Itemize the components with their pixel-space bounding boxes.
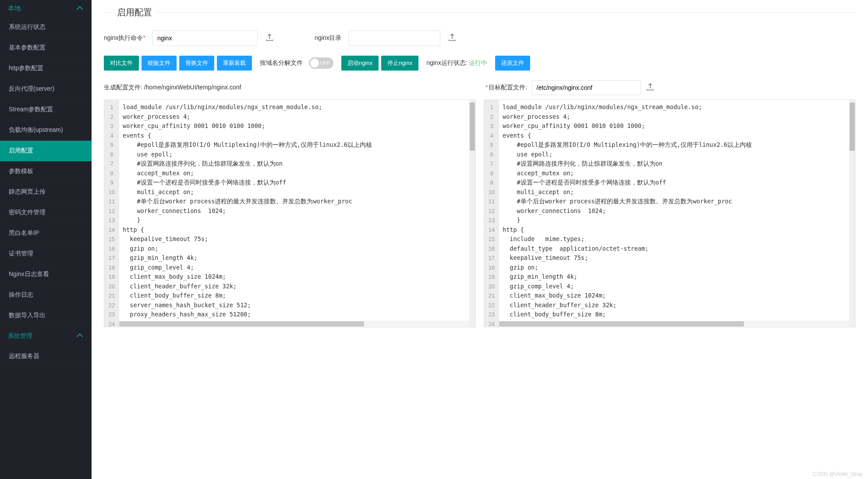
- sidebar-item-3[interactable]: 反向代理(server): [0, 79, 92, 99]
- split-label: 按域名分解文件: [260, 59, 303, 67]
- sidebar: 本地 系统运行状态基本参数配置http参数配置反向代理(server)Strea…: [0, 0, 92, 479]
- sidebar-item-14[interactable]: 数据导入导出: [0, 305, 92, 326]
- target-config-input[interactable]: [531, 80, 641, 95]
- sidebar-item-12[interactable]: Nginx日志查看: [0, 264, 92, 285]
- stop-nginx-button[interactable]: 停止nginx: [381, 56, 418, 71]
- sidebar-item-10[interactable]: 黑白名单IP: [0, 223, 92, 244]
- exec-input[interactable]: [152, 30, 258, 46]
- sidebar-item-5[interactable]: 负载均衡(upstream): [0, 120, 92, 141]
- gutter-right: 123456789101112131415161718192021222324: [484, 100, 499, 327]
- target-config-label: *目标配置文件:: [485, 84, 527, 92]
- sidebar-section-system[interactable]: 系统管理: [0, 326, 92, 346]
- page-title: 启用配置: [113, 7, 156, 18]
- nginx-status: nginx运行状态: 运行中: [426, 59, 487, 67]
- form-row-exec: nginx执行命令* nginx目录: [104, 30, 856, 46]
- code-right[interactable]: load_module /usr/lib/nginx/modules/ngx_s…: [499, 100, 855, 327]
- reload-button[interactable]: 重新装载: [217, 56, 252, 71]
- compare-button[interactable]: 对比文件: [104, 56, 139, 71]
- upload-exec-icon[interactable]: [265, 33, 274, 44]
- restore-button[interactable]: 还原文件: [495, 56, 530, 71]
- code-left[interactable]: load_module /usr/lib/nginx/modules/ngx_s…: [119, 100, 475, 327]
- split-switch-wrap: 按域名分解文件 OFF: [260, 57, 333, 69]
- chevron-up-icon: [78, 6, 84, 12]
- scrollbar-vertical[interactable]: [849, 100, 855, 327]
- config-path-row: 生成配置文件: /home/nginxWebUI/temp/nginx.conf…: [104, 80, 856, 95]
- upload-dir-icon[interactable]: [447, 33, 457, 44]
- check-button[interactable]: 校验文件: [142, 56, 177, 71]
- sidebar-item-1[interactable]: 基本参数配置: [0, 38, 92, 58]
- editors-row: 123456789101112131415161718192021222324 …: [104, 99, 856, 327]
- status-value: 运行中: [469, 59, 487, 66]
- file-button-group: 对比文件 校验文件 替换文件 重新装载: [104, 56, 252, 71]
- main-content: 启用配置 nginx执行命令* nginx目录 对比文件 校验文件 替换文件 重…: [92, 0, 868, 479]
- start-nginx-button[interactable]: 启动nginx: [341, 56, 379, 71]
- sidebar-section2-item-0[interactable]: 远程服务器: [0, 346, 92, 367]
- chevron-up-icon: [78, 333, 84, 339]
- sidebar-item-0[interactable]: 系统运行状态: [0, 17, 92, 38]
- sidebar-item-4[interactable]: Stream参数配置: [0, 99, 92, 120]
- fieldset: 启用配置: [104, 12, 856, 13]
- sidebar-item-8[interactable]: 静态网页上传: [0, 182, 92, 202]
- scrollbar-horizontal[interactable]: [499, 321, 849, 327]
- replace-button[interactable]: 替换文件: [179, 56, 214, 71]
- sidebar-item-11[interactable]: 证书管理: [0, 244, 92, 264]
- generated-config-label: 生成配置文件: /home/nginxWebUI/temp/nginx.conf: [104, 84, 241, 91]
- scrollbar-horizontal[interactable]: [119, 321, 469, 327]
- gutter-left: 123456789101112131415161718192021222324: [104, 100, 119, 327]
- split-switch[interactable]: OFF: [309, 57, 333, 69]
- scrollbar-vertical[interactable]: [469, 100, 475, 327]
- dir-label: nginx目录: [315, 34, 341, 42]
- sidebar-item-2[interactable]: http参数配置: [0, 58, 92, 79]
- nginx-button-group: 启动nginx 停止nginx: [341, 56, 418, 71]
- sidebar-item-13[interactable]: 操作日志: [0, 285, 92, 305]
- sidebar-item-7[interactable]: 参数模板: [0, 161, 92, 182]
- action-row: 对比文件 校验文件 替换文件 重新装载 按域名分解文件 OFF 启动nginx …: [104, 56, 856, 71]
- exec-label: nginx执行命令*: [104, 34, 145, 42]
- sidebar-section-title: 系统管理: [8, 332, 32, 340]
- watermark: CSDN @Violet_Stray: [813, 471, 863, 477]
- dir-input[interactable]: [348, 30, 440, 46]
- sidebar-item-9[interactable]: 密码文件管理: [0, 202, 92, 223]
- upload-target-icon[interactable]: [645, 82, 655, 93]
- editor-right[interactable]: 123456789101112131415161718192021222324 …: [484, 99, 856, 327]
- editor-left[interactable]: 123456789101112131415161718192021222324 …: [104, 99, 476, 327]
- sidebar-header-title: 本地: [8, 4, 21, 13]
- sidebar-header-local[interactable]: 本地: [0, 0, 92, 17]
- sidebar-item-6[interactable]: 启用配置: [0, 141, 92, 161]
